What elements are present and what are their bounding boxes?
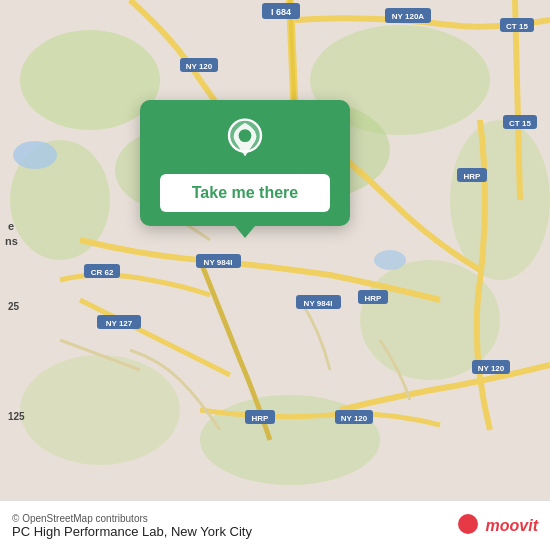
take-me-there-button[interactable]: Take me there (160, 174, 330, 212)
svg-text:I 684: I 684 (271, 7, 291, 17)
moovit-icon (454, 512, 482, 540)
svg-text:NY 120A: NY 120A (392, 12, 425, 21)
svg-point-8 (20, 355, 180, 465)
svg-text:25: 25 (8, 301, 20, 312)
footer-left: © OpenStreetMap contributors PC High Per… (12, 513, 252, 539)
svg-text:NY 120: NY 120 (186, 62, 213, 71)
svg-text:HRP: HRP (252, 414, 270, 423)
svg-point-10 (13, 141, 57, 169)
location-pin-icon (221, 118, 269, 166)
location-title: PC High Performance Lab, New York City (12, 524, 252, 539)
location-card: Take me there (140, 100, 350, 226)
moovit-text: moovit (486, 517, 538, 535)
svg-text:HRP: HRP (365, 294, 383, 303)
svg-text:NY 120: NY 120 (478, 364, 505, 373)
svg-point-1 (20, 30, 160, 130)
svg-text:CT 15: CT 15 (506, 22, 528, 31)
copyright-text: © OpenStreetMap contributors (12, 513, 252, 524)
svg-text:ns: ns (5, 235, 18, 247)
svg-text:NY 127: NY 127 (106, 319, 133, 328)
svg-text:HRP: HRP (464, 172, 482, 181)
svg-text:NY 984I: NY 984I (204, 258, 233, 267)
svg-point-11 (374, 250, 406, 270)
map-container: I 684 NY 120A CT 15 NY 120 HRP CT 15 NY … (0, 0, 550, 500)
moovit-logo: moovit (454, 512, 538, 540)
map-svg: I 684 NY 120A CT 15 NY 120 HRP CT 15 NY … (0, 0, 550, 500)
svg-text:CR 62: CR 62 (91, 268, 114, 277)
footer-bar: © OpenStreetMap contributors PC High Per… (0, 500, 550, 550)
svg-text:e: e (8, 220, 14, 232)
svg-point-50 (239, 129, 252, 142)
svg-text:CT 15: CT 15 (509, 119, 531, 128)
svg-text:125: 125 (8, 411, 25, 422)
svg-text:NY 984I: NY 984I (304, 299, 333, 308)
svg-text:NY 120: NY 120 (341, 414, 368, 423)
svg-point-4 (450, 120, 550, 280)
